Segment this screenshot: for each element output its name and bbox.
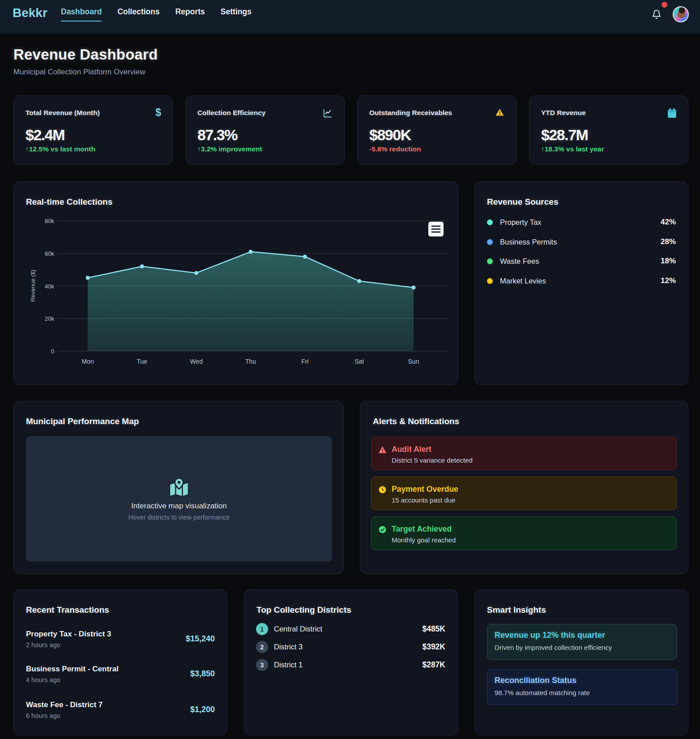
svg-text:60k: 60k [45,250,54,257]
svg-text:Mon: Mon [81,358,94,365]
svg-text:Tue: Tue [137,358,147,365]
svg-text:80k: 80k [45,218,54,224]
svg-text:Wed: Wed [190,358,203,365]
svg-text:Sat: Sat [354,358,364,365]
svg-text:Fri: Fri [301,358,308,365]
svg-text:40k: 40k [45,283,54,290]
svg-text:0: 0 [51,348,54,355]
svg-text:Sun: Sun [408,358,419,365]
svg-text:Thu: Thu [245,358,256,365]
svg-text:Revenue ($): Revenue ($) [30,270,36,302]
svg-text:20k: 20k [45,315,54,322]
